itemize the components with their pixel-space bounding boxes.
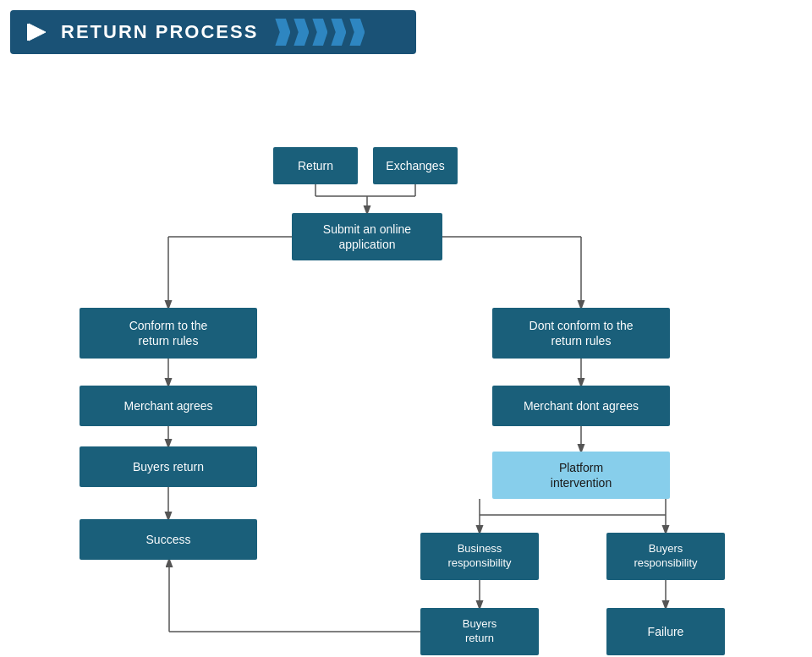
merchant-dont-box: Merchant dont agrees	[492, 386, 670, 426]
conform-box: Conform to thereturn rules	[80, 308, 257, 359]
page-header: RETURN PROCESS	[10, 10, 416, 54]
buyers-return-mid-box: Buyersreturn	[420, 608, 539, 655]
header-decoration	[275, 19, 365, 46]
header-icon	[24, 19, 51, 46]
return-box: Return	[273, 147, 358, 184]
failure-box: Failure	[606, 608, 725, 655]
success-box: Success	[80, 519, 257, 560]
submit-box: Submit an onlineapplication	[292, 213, 442, 260]
dont-conform-box: Dont conform to thereturn rules	[492, 308, 670, 359]
merchant-agrees-box: Merchant agrees	[80, 386, 257, 426]
business-resp-box: Businessresponsibility	[420, 533, 539, 580]
buyers-resp-box: Buyersresponsibility	[606, 533, 725, 580]
flowchart-diagram: Return Exchanges Submit an onlineapplica…	[0, 63, 812, 657]
page-title: RETURN PROCESS	[61, 21, 258, 43]
exchanges-box: Exchanges	[373, 147, 458, 184]
svg-marker-0	[29, 24, 46, 41]
buyers-return-left-box: Buyers return	[80, 446, 257, 487]
svg-rect-1	[27, 24, 30, 41]
platform-box: Platformintervention	[492, 452, 670, 499]
